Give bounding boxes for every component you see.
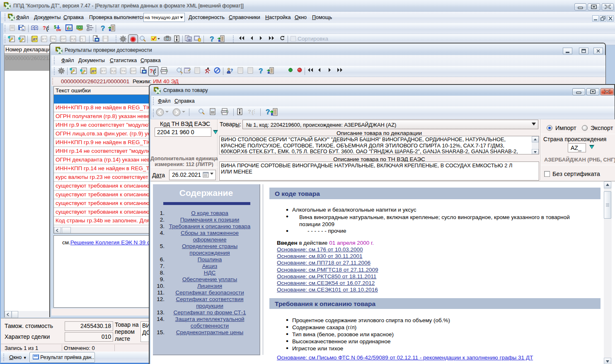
svg-text:A: A: [32, 27, 34, 29]
svg-text:ДТ: ДТ: [33, 37, 37, 41]
svg-text:ОП: ОП: [61, 37, 66, 41]
svg-text:ТК: ТК: [121, 69, 126, 73]
svg-text:ДТ: ДТ: [92, 69, 96, 73]
svg-text:КД: КД: [71, 37, 76, 41]
svg-text:КД: КД: [111, 69, 116, 73]
svg-text:A: A: [35, 27, 37, 29]
svg-text:КТ: КТ: [42, 37, 46, 41]
svg-text:КТ: КТ: [102, 69, 106, 73]
svg-text:*): *): [81, 37, 83, 41]
svg-text:?: ?: [101, 24, 105, 31]
svg-text:ТК: ТК: [51, 37, 56, 41]
svg-text:?: ?: [210, 35, 214, 42]
svg-text:?: ?: [259, 67, 263, 74]
svg-text:?: ?: [43, 25, 46, 31]
svg-text:?: ?: [230, 68, 233, 73]
svg-text:ОП: ОП: [131, 69, 136, 73]
svg-text:{: {: [252, 109, 254, 115]
svg-text:?: ?: [248, 108, 251, 115]
svg-text:{: {: [153, 68, 155, 75]
svg-text:DM: DM: [56, 28, 61, 31]
svg-text:?: ?: [150, 68, 153, 74]
svg-text:{: {: [46, 25, 48, 31]
